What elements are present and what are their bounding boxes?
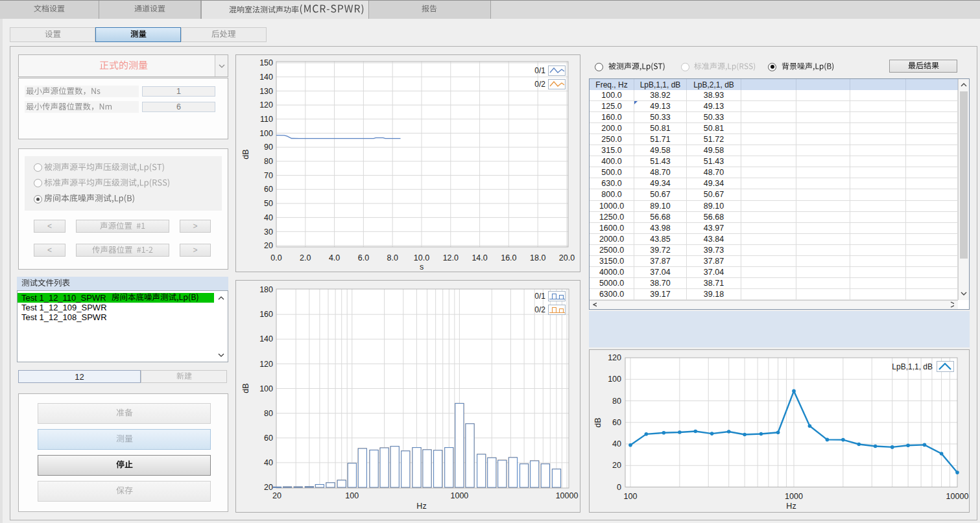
result-source-radio-1[interactable] [681,63,689,71]
main-tab-2[interactable]: 混响室法测试声功率(MCR-SPWR) [201,1,369,19]
table-cell[interactable] [741,256,796,267]
table-cell[interactable]: 1600.0 [590,223,634,234]
table-cell[interactable] [906,123,958,134]
table-cell[interactable] [906,167,958,178]
table-cell[interactable]: 630.0 [590,178,634,189]
table-row[interactable]: 1600.043.9843.97 [590,223,958,234]
table-cell[interactable]: 200.0 [590,123,634,134]
table-cell[interactable] [906,101,958,112]
table-header-cell[interactable] [741,79,796,90]
table-cell[interactable] [796,267,850,278]
table-cell[interactable] [741,223,796,234]
table-cell[interactable]: 37.04 [687,267,741,278]
table-cell[interactable]: 49.58 [634,145,687,156]
table-header-cell[interactable] [906,79,958,90]
table-row[interactable]: 3150.037.8737.87 [590,256,958,267]
table-cell[interactable]: 38.70 [634,278,687,289]
source-position-next-button[interactable]: > [180,220,211,233]
table-cell[interactable] [796,223,850,234]
main-tab-1[interactable]: 通道设置 [99,1,201,19]
table-cell[interactable]: 37.87 [687,256,741,267]
table-cell[interactable] [796,256,850,267]
mic-position-button[interactable]: 传声器位置 #1-2 [76,244,169,257]
table-cell[interactable]: 48.70 [687,167,741,178]
spectrum-chart[interactable]: 2040608010012014016018020100100010000Hzd… [236,281,580,512]
table-cell[interactable] [741,90,796,101]
table-cell[interactable] [850,245,906,256]
action-button-1[interactable]: 测量 [38,429,211,450]
table-cell[interactable] [850,256,906,267]
table-row[interactable]: 800.050.6750.67 [590,189,958,200]
table-cell[interactable]: 51.72 [687,134,741,145]
table-cell[interactable]: 43.85 [634,234,687,245]
table-cell[interactable] [796,134,850,145]
table-cell[interactable]: 56.68 [634,212,687,223]
field-value-1[interactable]: 6 [142,102,215,112]
field-value-0[interactable]: 1 [142,86,215,97]
table-cell[interactable]: 800.0 [590,189,634,200]
table-cell[interactable]: 50.81 [634,123,687,134]
table-cell[interactable]: 2000.0 [590,234,634,245]
measurement-mode-arrow-button[interactable] [215,55,228,76]
subtab-1[interactable]: 测量 [95,27,181,42]
table-cell[interactable] [906,112,958,123]
file-counter-field[interactable]: 12 [18,370,141,383]
table-cell[interactable] [850,101,906,112]
table-cell[interactable] [741,234,796,245]
table-row[interactable]: 250.051.7151.72 [590,134,958,145]
table-row[interactable]: 100.038.9238.93 [590,90,958,101]
table-cell[interactable] [796,101,850,112]
table-cell[interactable] [906,145,958,156]
table-cell[interactable]: 89.10 [687,201,741,212]
table-cell[interactable] [850,189,906,200]
table-row[interactable]: 4000.037.0437.04 [590,267,958,278]
table-vscroll-thumb[interactable] [960,91,968,259]
table-cell[interactable] [850,112,906,123]
table-cell[interactable]: 49.13 [687,101,741,112]
table-hscroll-left[interactable] [590,301,599,308]
table-cell[interactable] [741,212,796,223]
mic-position-next-button[interactable]: > [180,244,211,257]
table-cell[interactable] [850,267,906,278]
table-cell[interactable]: 51.43 [687,156,741,167]
table-cell[interactable]: 100.0 [590,90,634,101]
table-cell[interactable]: 1000.0 [590,201,634,212]
table-cell[interactable] [906,178,958,189]
table-cell[interactable]: 50.81 [687,123,741,134]
table-cell[interactable]: 39.18 [687,289,741,300]
table-header-cell[interactable]: Freq., Hz [590,79,634,90]
table-row[interactable]: 6300.039.1739.18 [590,289,958,300]
table-cell[interactable]: 38.71 [687,278,741,289]
table-cell[interactable]: 43.98 [634,223,687,234]
table-cell[interactable]: 5000.0 [590,278,634,289]
table-cell[interactable]: 43.84 [687,234,741,245]
table-row[interactable]: 2000.043.8543.84 [590,234,958,245]
table-cell[interactable] [850,278,906,289]
table-cell[interactable] [741,278,796,289]
result-source-label-0[interactable]: 被测声源,Lp(ST) [608,61,686,73]
table-cell[interactable]: 250.0 [590,134,634,145]
subtab-2[interactable]: 后处理 [181,27,267,42]
table-cell[interactable]: 49.58 [687,145,741,156]
subtab-0[interactable]: 设置 [10,27,95,42]
table-row[interactable]: 125.049.1349.13 [590,101,958,112]
table-cell[interactable]: 56.68 [687,212,741,223]
source-position-prev-button[interactable]: < [34,220,66,233]
result-source-label-2[interactable]: 背景噪声,Lp(B) [782,61,853,73]
table-cell[interactable] [796,245,850,256]
source-position-button[interactable]: 声源位置 #1 [76,220,169,233]
table-header-cell[interactable]: LpB,2,1, dB [687,79,741,90]
file-list-scrollbar-down[interactable] [215,350,227,360]
table-cell[interactable] [796,189,850,200]
table-cell[interactable]: 38.92 [634,90,687,101]
table-cell[interactable] [850,134,906,145]
table-cell[interactable]: 43.97 [687,223,741,234]
table-cell[interactable]: 50.33 [687,112,741,123]
table-row[interactable]: 630.049.3449.34 [590,178,958,189]
table-cell[interactable]: 51.43 [634,156,687,167]
table-cell[interactable] [906,245,958,256]
table-header-cell[interactable]: LpB,1,1, dB [634,79,687,90]
table-cell[interactable] [796,167,850,178]
table-cell[interactable]: 39.17 [634,289,687,300]
table-cell[interactable]: 37.87 [634,256,687,267]
